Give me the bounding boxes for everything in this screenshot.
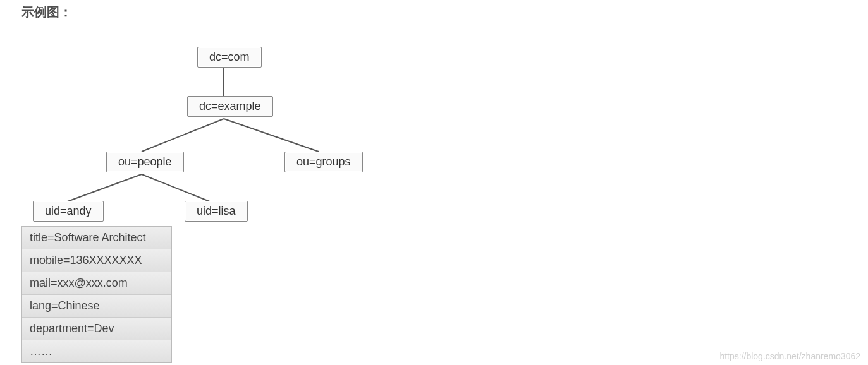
entry-attribute-row: mail=xxx@xxx.com [22, 272, 171, 295]
tree-node-dc-example: dc=example [187, 96, 273, 117]
tree-node-uid-andy: uid=andy [33, 201, 104, 222]
svg-line-3 [66, 174, 142, 202]
tree-node-uid-lisa: uid=lisa [185, 201, 248, 222]
entry-attribute-row: title=Software Architect [22, 227, 171, 249]
svg-line-2 [224, 119, 319, 152]
tree-node-ou-people: ou=people [106, 152, 184, 172]
svg-line-1 [142, 119, 224, 152]
source-watermark: https://blog.csdn.net/zhanremo3062 [719, 351, 860, 361]
tree-node-ou-groups: ou=groups [284, 152, 363, 172]
entry-attribute-row: department=Dev [22, 318, 171, 340]
entry-attribute-row: …… [22, 340, 171, 362]
entry-attribute-panel: title=Software Architect mobile=136XXXXX… [21, 226, 172, 363]
ldap-tree-diagram: dc=com dc=example ou=people ou=groups ui… [21, 38, 413, 365]
entry-attribute-row: mobile=136XXXXXXX [22, 249, 171, 272]
section-heading: 示例图： [21, 4, 72, 21]
entry-attribute-row: lang=Chinese [22, 295, 171, 318]
svg-line-4 [142, 174, 211, 202]
tree-node-dc-com: dc=com [197, 47, 262, 68]
